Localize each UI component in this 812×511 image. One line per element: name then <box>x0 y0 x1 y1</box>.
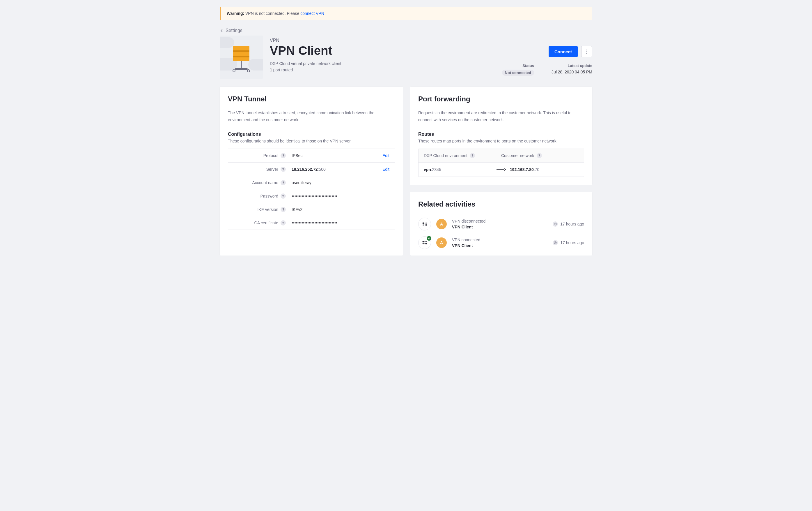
connect-button[interactable]: Connect <box>549 46 578 57</box>
config-row-server: Server? 18.216.252.72:500 Edit <box>228 163 395 176</box>
ike-label: IKE version <box>257 207 278 212</box>
ca-label: CA certificate <box>254 220 278 225</box>
more-actions-button[interactable] <box>581 46 592 57</box>
related-activities-title: Related activities <box>418 200 584 208</box>
help-icon[interactable]: ? <box>281 153 286 158</box>
password-label: Password <box>260 194 278 198</box>
connect-vpn-link[interactable]: connect VPN <box>300 11 324 16</box>
config-table: Protocol? IPSec Edit Server? 18.216.252.… <box>228 149 395 230</box>
avatar: A <box>436 219 447 229</box>
help-icon[interactable]: ? <box>281 220 286 225</box>
routes-title: Routes <box>418 132 584 137</box>
config-row-password: Password? ••••••••••••••••••••••••••••••… <box>228 189 395 203</box>
help-icon[interactable]: ? <box>281 207 286 212</box>
edit-protocol-link[interactable]: Edit <box>382 153 389 158</box>
vpn-tunnel-title: VPN Tunnel <box>228 95 395 103</box>
config-row-ca: CA certificate? ••••••••••••••••••••••••… <box>228 216 395 230</box>
protocol-label: Protocol <box>263 153 278 158</box>
edit-server-link[interactable]: Edit <box>382 167 389 171</box>
activity-item: A VPN connected VPN Client 17 hours ago <box>418 233 584 252</box>
vpn-hero-icon <box>220 35 263 79</box>
ike-value: IKEv2 <box>286 207 389 212</box>
routes-col2-label: Customer network <box>501 153 534 158</box>
routes-col1-label: DXP Cloud environment <box>424 153 467 158</box>
port-forwarding-card: Port forwarding Requests in the environm… <box>410 87 592 185</box>
config-row-protocol: Protocol? IPSec Edit <box>228 149 395 162</box>
arrow-right-icon <box>492 168 510 171</box>
config-row-ike: IKE version? IKEv2 <box>228 203 395 216</box>
activity-item: A VPN disconnected VPN Client 17 hours a… <box>418 215 584 233</box>
activity-time: 17 hours ago <box>553 221 584 227</box>
status-badge: Not connected <box>502 70 534 76</box>
help-icon[interactable]: ? <box>281 167 286 172</box>
help-icon[interactable]: ? <box>470 153 475 158</box>
breadcrumb[interactable]: Settings <box>220 28 592 33</box>
activity-event: VPN disconnected <box>452 219 547 223</box>
ca-value: •••••••••••••••••••••••••••••••• <box>286 220 389 225</box>
check-badge-icon <box>427 236 431 241</box>
warning-banner: Warning: VPN is not connected. Please co… <box>220 7 592 20</box>
activity-status-icon <box>418 218 431 231</box>
port-forwarding-title: Port forwarding <box>418 95 584 103</box>
server-value: 18.216.252.72:500 <box>286 167 382 171</box>
page-subtitle: DXP Cloud virtual private network client <box>270 61 495 66</box>
server-label: Server <box>266 167 278 171</box>
clock-icon <box>553 221 558 227</box>
page-title: VPN Client <box>270 44 495 58</box>
port-routed-suffix: port routed <box>272 68 293 72</box>
protocol-value: IPSec <box>286 153 382 158</box>
related-activities-card: Related activities A VPN disconnected VP… <box>410 192 592 255</box>
warning-prefix: Warning: <box>227 11 244 16</box>
routes-sub: These routes map ports in the environmen… <box>418 139 584 143</box>
activity-event: VPN connected <box>452 237 547 242</box>
account-value: user.liferay <box>286 180 389 185</box>
activity-status-icon <box>418 236 431 249</box>
config-row-account: Account name? user.liferay <box>228 176 395 189</box>
port-routed: 1 port routed <box>270 68 495 72</box>
chevron-left-icon <box>220 29 224 33</box>
activity-target: VPN Client <box>452 225 547 229</box>
configurations-title: Configurations <box>228 132 395 137</box>
port-count: 1 <box>270 68 272 72</box>
clock-icon <box>553 240 558 245</box>
password-value: •••••••••••••••••••••••••••••••• <box>286 194 389 198</box>
breadcrumb-label: Settings <box>226 28 242 33</box>
port-forwarding-desc: Requests in the environment are redirect… <box>418 110 584 124</box>
vpn-tunnel-card: VPN Tunnel The VPN tunnel establishes a … <box>220 87 403 255</box>
status-label: Status <box>502 63 534 68</box>
help-icon[interactable]: ? <box>281 193 286 199</box>
latest-update-label: Latest update <box>552 63 592 68</box>
activity-time: 17 hours ago <box>553 240 584 245</box>
help-icon[interactable]: ? <box>537 153 542 158</box>
routes-table: DXP Cloud environment? Customer network?… <box>418 149 584 177</box>
vpn-tunnel-desc: The VPN tunnel establishes a trusted, en… <box>228 110 395 124</box>
page-eyebrow: VPN <box>270 38 495 43</box>
warning-text: VPN is not connected. Please <box>244 11 300 16</box>
route-row: vpn:2345 192.168.7.80:70 <box>418 163 584 177</box>
kebab-icon <box>586 50 587 54</box>
avatar: A <box>436 237 447 248</box>
account-label: Account name <box>252 180 279 185</box>
page-header: VPN VPN Client DXP Cloud virtual private… <box>220 35 592 79</box>
latest-update-value: Jul 28, 2020 04:05 PM <box>552 70 592 74</box>
activity-target: VPN Client <box>452 243 547 248</box>
configurations-sub: These configurations should be identical… <box>228 139 395 143</box>
help-icon[interactable]: ? <box>281 180 286 185</box>
